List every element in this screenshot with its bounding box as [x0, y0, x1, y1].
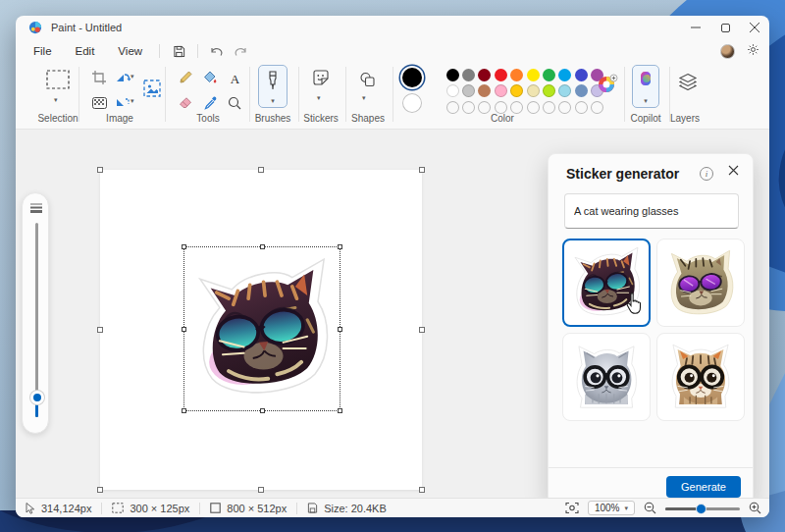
- selection-size-value: 300 × 125px: [130, 503, 189, 514]
- size-slider-thumb[interactable]: [30, 391, 44, 404]
- sticker-thumbnail-3[interactable]: [562, 333, 651, 421]
- color-swatch[interactable]: [543, 84, 555, 97]
- empty-color-slot[interactable]: [591, 101, 603, 114]
- menu-view[interactable]: View: [108, 42, 152, 60]
- minimize-button[interactable]: [681, 16, 710, 39]
- cat-sticker-canvas[interactable]: [186, 249, 338, 408]
- background-color-swatch[interactable]: [402, 93, 422, 113]
- edit-colors-icon[interactable]: [597, 74, 618, 95]
- menu-edit[interactable]: Edit: [66, 42, 105, 60]
- remove-background-icon[interactable]: [88, 92, 110, 114]
- maximize-button[interactable]: [710, 16, 740, 39]
- sticker-thumbnail-4[interactable]: [656, 333, 745, 421]
- menu-file[interactable]: File: [24, 42, 62, 60]
- color-swatch[interactable]: [478, 84, 491, 97]
- info-icon[interactable]: i: [700, 167, 713, 181]
- rotate-dropdown-chevron[interactable]: ▾: [131, 73, 134, 80]
- color-swatch[interactable]: [575, 69, 588, 81]
- zoom-slider[interactable]: [665, 503, 740, 514]
- color-swatch[interactable]: [558, 69, 571, 81]
- brushes-button[interactable]: ▾: [258, 65, 288, 108]
- crop-icon[interactable]: [88, 67, 110, 88]
- size-slider-panel: [22, 192, 49, 434]
- selection-dropdown-chevron[interactable]: ▾: [54, 96, 58, 103]
- canvas-resize-handle[interactable]: [419, 167, 425, 173]
- color-swatch[interactable]: [462, 69, 475, 81]
- empty-color-slot[interactable]: [478, 101, 491, 114]
- redo-icon[interactable]: [229, 41, 252, 61]
- color-swatch[interactable]: [527, 84, 540, 97]
- canvas-resize-handle[interactable]: [419, 487, 425, 493]
- canvas-resize-handle[interactable]: [258, 487, 264, 493]
- selection-handle[interactable]: [182, 408, 186, 413]
- empty-color-slot[interactable]: [527, 101, 540, 114]
- stickers-dropdown-chevron[interactable]: ▾: [317, 94, 321, 101]
- pencil-tool-icon[interactable]: [175, 67, 196, 88]
- undo-icon[interactable]: [205, 41, 229, 61]
- color-swatch[interactable]: [495, 69, 507, 81]
- canvas-selection[interactable]: [183, 246, 340, 411]
- group-label-copilot: Copilot: [630, 113, 660, 124]
- color-swatch[interactable]: [527, 69, 540, 81]
- workspace: Sticker generator i: [16, 130, 769, 498]
- panel-close-icon[interactable]: [728, 165, 739, 179]
- selection-handle[interactable]: [182, 327, 186, 332]
- eraser-tool-icon[interactable]: [175, 92, 196, 114]
- close-button[interactable]: [740, 16, 769, 39]
- color-swatch[interactable]: [558, 84, 571, 97]
- copilot-dropdown-chevron[interactable]: ▾: [644, 97, 648, 104]
- sticker-thumbnail-2[interactable]: [656, 239, 745, 327]
- layers-button[interactable]: [675, 71, 701, 92]
- fill-tool-icon[interactable]: [199, 67, 221, 88]
- empty-color-slot[interactable]: [446, 101, 459, 114]
- zoom-in-icon[interactable]: [749, 502, 761, 514]
- zoom-level-dropdown[interactable]: 100% ▾: [588, 501, 635, 515]
- selection-handle[interactable]: [260, 408, 265, 413]
- copilot-button[interactable]: ▾: [632, 65, 659, 108]
- selection-tool-button[interactable]: [42, 67, 74, 92]
- save-icon[interactable]: [167, 41, 190, 61]
- selection-handle[interactable]: [338, 408, 342, 413]
- selection-handle[interactable]: [182, 244, 186, 249]
- generate-button[interactable]: Generate: [666, 476, 741, 498]
- text-tool-icon[interactable]: A: [224, 67, 245, 88]
- canvas-resize-handle[interactable]: [97, 487, 103, 493]
- empty-color-slot[interactable]: [558, 101, 571, 114]
- color-swatch[interactable]: [462, 84, 475, 97]
- drawing-canvas[interactable]: [100, 170, 422, 490]
- empty-color-slot[interactable]: [543, 101, 555, 114]
- selection-handle[interactable]: [260, 244, 265, 249]
- size-slider-track[interactable]: [35, 223, 38, 417]
- color-swatch[interactable]: [478, 69, 491, 81]
- brushes-dropdown-chevron[interactable]: ▾: [271, 97, 275, 104]
- flip-dropdown-chevron[interactable]: ▾: [131, 97, 134, 104]
- canvas-resize-handle[interactable]: [258, 167, 264, 173]
- prompt-input[interactable]: [564, 193, 739, 229]
- shapes-button[interactable]: [356, 69, 378, 90]
- canvas-resize-handle[interactable]: [97, 167, 103, 173]
- zoom-slider-thumb[interactable]: [696, 504, 706, 514]
- canvas-resize-handle[interactable]: [97, 327, 103, 333]
- account-avatar[interactable]: [720, 44, 735, 59]
- shapes-dropdown-chevron[interactable]: ▾: [362, 94, 366, 101]
- resize-image-icon[interactable]: [141, 78, 163, 99]
- empty-color-slot[interactable]: [575, 101, 588, 114]
- color-picker-tool-icon[interactable]: [199, 92, 221, 114]
- color-swatch[interactable]: [575, 84, 588, 97]
- color-swatch[interactable]: [446, 69, 459, 81]
- magnifier-tool-icon[interactable]: [224, 92, 245, 114]
- fit-to-screen-icon[interactable]: [565, 502, 579, 514]
- color-swatch[interactable]: [495, 84, 507, 97]
- color-swatch[interactable]: [543, 69, 555, 81]
- color-swatch[interactable]: [446, 84, 459, 97]
- stickers-button[interactable]: [308, 67, 334, 88]
- selection-handle[interactable]: [338, 327, 342, 332]
- selection-handle[interactable]: [338, 244, 342, 249]
- zoom-out-icon[interactable]: [644, 502, 656, 514]
- settings-gear-icon[interactable]: [747, 42, 759, 60]
- color-swatch[interactable]: [510, 69, 523, 81]
- empty-color-slot[interactable]: [462, 101, 475, 114]
- foreground-color-swatch[interactable]: [402, 68, 422, 87]
- color-swatch[interactable]: [510, 84, 523, 97]
- canvas-resize-handle[interactable]: [419, 327, 425, 333]
